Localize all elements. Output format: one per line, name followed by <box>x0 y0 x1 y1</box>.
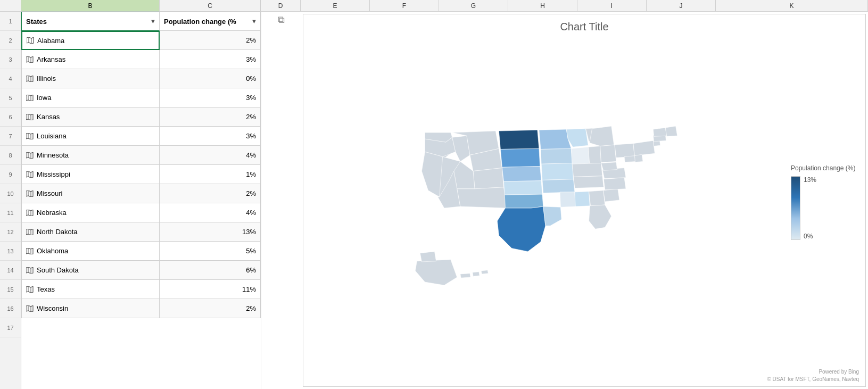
svg-marker-3 <box>26 56 33 63</box>
cell-value-arkansas[interactable]: 3% <box>160 50 261 69</box>
cell-value-illinois[interactable]: 0% <box>160 69 261 88</box>
attribution-line1: Powered by Bing <box>767 368 859 376</box>
cell-value-minnesota[interactable]: 4% <box>160 146 261 165</box>
table-row[interactable]: Kansas2% <box>21 107 261 127</box>
filter-icon-population[interactable]: ▼ <box>251 18 257 24</box>
map-cell-icon <box>26 152 34 159</box>
cell-state-iowa[interactable]: Iowa <box>21 88 160 107</box>
table-row[interactable]: Minnesota4% <box>21 146 261 165</box>
cell-state-mississippi[interactable]: Mississippi <box>21 165 160 184</box>
cell-value-texas[interactable]: 11% <box>160 280 261 299</box>
row-number-2: 2 <box>0 31 21 50</box>
cell-value-wisconsin[interactable]: 2% <box>160 299 261 318</box>
cell-state-wisconsin[interactable]: Wisconsin <box>21 299 160 318</box>
svg-marker-42 <box>26 305 33 312</box>
table-row[interactable]: Iowa3% <box>21 88 261 107</box>
table-row[interactable]: Nebraska4% <box>21 203 261 222</box>
cell-state-north-dakota[interactable]: North Dakota <box>21 222 160 242</box>
table-header: States ▼ Population change (% ▼ <box>21 12 261 31</box>
cell-value-mississippi[interactable]: 1% <box>160 165 261 184</box>
legend-max-label: 13% <box>804 176 816 184</box>
state-name: Alabama <box>37 37 64 45</box>
cell-value-nebraska[interactable]: 4% <box>160 203 261 222</box>
cell-state-minnesota[interactable]: Minnesota <box>21 146 160 165</box>
cell-value-louisiana[interactable]: 3% <box>160 127 261 146</box>
state-name: Missouri <box>37 189 62 197</box>
attribution-line2: © DSAT for MSFT, GeoNames, Navteq <box>767 376 859 383</box>
map-cell-icon <box>26 210 34 216</box>
svg-marker-27 <box>26 210 33 216</box>
header-states-label: States <box>26 18 47 26</box>
cell-state-missouri[interactable]: Missouri <box>21 184 160 203</box>
col-header-f[interactable]: F <box>370 0 439 11</box>
cell-state-oklahoma[interactable]: Oklahoma <box>21 242 160 261</box>
svg-marker-9 <box>26 95 33 101</box>
cell-value-alabama[interactable]: 2% <box>160 31 261 50</box>
svg-marker-0 <box>27 37 34 44</box>
filter-icon-states[interactable]: ▼ <box>150 18 156 24</box>
chart-area[interactable]: Chart Title <box>303 14 866 387</box>
cell-state-texas[interactable]: Texas <box>21 280 160 299</box>
table-row[interactable]: Illinois0% <box>21 69 261 88</box>
col-header-j[interactable]: J <box>647 0 716 11</box>
col-header-i[interactable]: I <box>577 0 647 11</box>
row-number-5: 5 <box>0 88 21 107</box>
table-row[interactable]: Oklahoma5% <box>21 242 261 261</box>
col-header-empty <box>0 0 21 11</box>
table-row[interactable]: North Dakota13% <box>21 222 261 242</box>
row-number-14: 14 <box>0 261 21 280</box>
cell-value-oklahoma[interactable]: 5% <box>160 242 261 261</box>
cell-state-nebraska[interactable]: Nebraska <box>21 203 160 222</box>
cell-state-arkansas[interactable]: Arkansas <box>21 50 160 69</box>
svg-marker-18 <box>26 152 33 159</box>
table-rows: Alabama2%Arkansas3%Illinois0%Iowa3%Kansa… <box>21 31 261 389</box>
row-number-9: 9 <box>0 165 21 184</box>
cell-value-north-dakota[interactable]: 13% <box>160 222 261 242</box>
state-name: Mississippi <box>37 170 70 178</box>
col-header-b[interactable]: B <box>21 0 160 11</box>
table-row[interactable]: Alabama2% <box>21 31 261 50</box>
table-row[interactable]: Louisiana3% <box>21 127 261 146</box>
col-header-h[interactable]: H <box>508 0 577 11</box>
row-number-12: 12 <box>0 222 21 242</box>
move-chart-icon[interactable]: ⧉ <box>278 14 285 26</box>
col-header-d[interactable]: D <box>261 0 301 11</box>
cell-state-illinois[interactable]: Illinois <box>21 69 160 88</box>
cell-state-south-dakota[interactable]: South Dakota <box>21 261 160 280</box>
state-name: Louisiana <box>37 132 67 140</box>
map-cell-icon <box>27 37 34 44</box>
col-header-k[interactable]: K <box>716 0 868 11</box>
table-row[interactable]: South Dakota6% <box>21 261 261 280</box>
table-row[interactable]: Mississippi1% <box>21 165 261 184</box>
cell-state-kansas[interactable]: Kansas <box>21 107 160 127</box>
row-number-1: 1 <box>0 12 21 31</box>
row-numbers: 1234567891011121314151617 <box>0 12 21 389</box>
table-row[interactable]: Texas11% <box>21 280 261 299</box>
cell-state-alabama[interactable]: Alabama <box>21 31 160 50</box>
main-area: 1234567891011121314151617 States ▼ Popul… <box>0 12 868 389</box>
state-name: Iowa <box>37 94 51 102</box>
col-header-e[interactable]: E <box>301 0 370 11</box>
col-header-g[interactable]: G <box>439 0 508 11</box>
state-name: Oklahoma <box>37 247 68 255</box>
map-container <box>303 33 791 373</box>
cell-value-kansas[interactable]: 2% <box>160 107 261 127</box>
svg-marker-36 <box>26 267 33 274</box>
table-row[interactable]: Missouri2% <box>21 184 261 203</box>
row-number-16: 16 <box>0 299 21 318</box>
table-row[interactable]: Wisconsin2% <box>21 299 261 318</box>
row-number-13: 13 <box>0 242 21 261</box>
row-number-4: 4 <box>0 69 21 88</box>
row-number-17: 17 <box>0 318 21 337</box>
cell-value-iowa[interactable]: 3% <box>160 88 261 107</box>
col-header-c[interactable]: C <box>160 0 261 11</box>
cell-value-south-dakota[interactable]: 6% <box>160 261 261 280</box>
state-name: Wisconsin <box>37 304 68 312</box>
cell-value-missouri[interactable]: 2% <box>160 184 261 203</box>
data-table: States ▼ Population change (% ▼ Alabama2… <box>21 12 261 389</box>
map-cell-icon <box>26 229 34 235</box>
legend-gradient-bar <box>791 176 800 240</box>
table-row[interactable]: Arkansas3% <box>21 50 261 69</box>
cell-state-louisiana[interactable]: Louisiana <box>21 127 160 146</box>
legend-min-label: 0% <box>804 233 816 240</box>
